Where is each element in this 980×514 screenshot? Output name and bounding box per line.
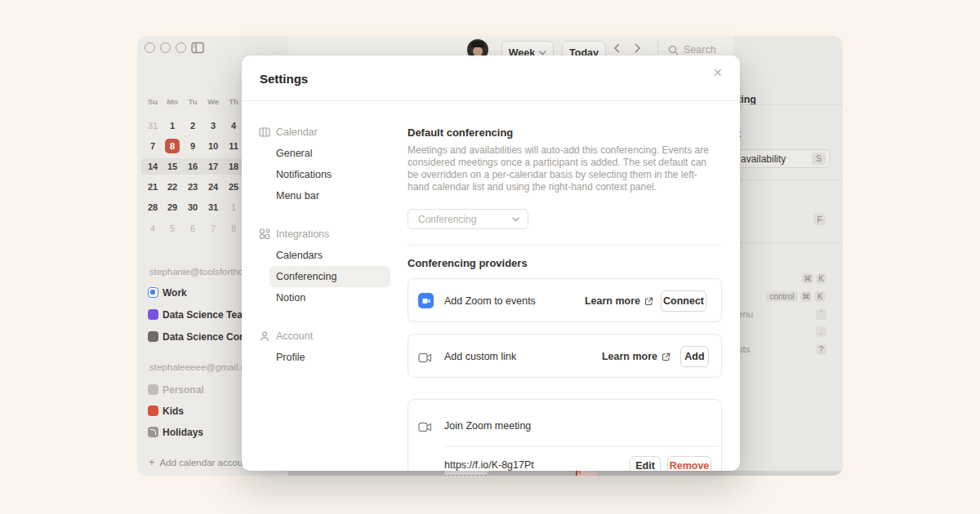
modal-title: Settings [260, 72, 308, 86]
checked-calendar-icon [148, 287, 158, 298]
panel-heading-fragment: ting [737, 94, 756, 105]
date-cell[interactable]: 17 [203, 158, 223, 175]
calendar-name: Personal [163, 384, 204, 396]
video-camera-icon [418, 421, 432, 436]
plus-icon: + [149, 456, 155, 468]
key-backtick: ` [816, 309, 826, 320]
sidebar-toggle-icon[interactable] [191, 42, 204, 57]
date-cell[interactable]: 31 [143, 117, 163, 134]
chevron-left-icon[interactable] [613, 42, 620, 55]
provider-card-custom-link: Add custom link Learn more Add [408, 334, 722, 378]
date-cell[interactable]: 30 [183, 199, 203, 215]
conferencing-providers-heading: Conferencing providers [408, 257, 528, 269]
settings-item-general[interactable]: General [276, 148, 312, 159]
settings-item-calendars[interactable]: Calendars [276, 250, 323, 261]
close-icon[interactable]: ✕ [713, 66, 723, 79]
date-cell[interactable]: 5 [163, 220, 182, 237]
remove-label: Remove [670, 460, 710, 471]
provider-label: Add Zoom to events [444, 295, 536, 307]
edit-button[interactable]: Edit [630, 456, 661, 471]
weekday-label: We [203, 97, 223, 106]
learn-more-link[interactable]: Learn more [602, 351, 670, 362]
date-cell[interactable]: 23 [183, 179, 203, 195]
dropdown-placeholder: Conferencing [418, 214, 512, 225]
selected-date-cell[interactable]: 8 [165, 139, 180, 153]
subscribed-calendar-icon [148, 427, 158, 437]
provider-card-zoom: Add Zoom to events Learn more Connect [408, 278, 722, 322]
date-cell[interactable]: 31 [203, 199, 223, 215]
dashed-event-sliver [443, 470, 488, 476]
date-cell[interactable]: 28 [143, 199, 163, 215]
settings-section-calendar: Calendar [276, 126, 318, 138]
date-cell[interactable]: 25 [224, 179, 243, 195]
remove-button[interactable]: Remove [667, 456, 711, 471]
calendar-color-icon [148, 331, 158, 342]
settings-section-account: Account [276, 330, 313, 342]
calendar-color-icon [148, 405, 158, 416]
key-command: ⌘ [800, 291, 812, 302]
date-cell[interactable]: 7 [143, 138, 163, 154]
account-email: stephanie@toolsforthou [149, 267, 249, 277]
window-controls [145, 42, 186, 53]
date-cell[interactable]: 1 [224, 199, 243, 215]
date-cell[interactable]: 7 [203, 220, 223, 237]
date-cell[interactable]: 1 [163, 117, 182, 134]
weekday-label: Mo [163, 97, 182, 106]
date-cell[interactable]: 3 [203, 117, 223, 134]
key-period: . [816, 326, 826, 337]
window-minimize-icon[interactable] [160, 42, 171, 53]
date-cell[interactable]: 4 [143, 220, 163, 237]
date-cell[interactable]: 10 [203, 138, 223, 154]
key-k: K [816, 273, 826, 284]
date-cell[interactable]: 16 [183, 158, 203, 175]
search-placeholder: Search [684, 44, 716, 55]
date-cell[interactable]: 29 [163, 199, 182, 215]
video-camera-icon [418, 352, 432, 366]
settings-item-conferencing[interactable]: Conferencing [276, 271, 336, 282]
calendar-name: Data Science Core [163, 331, 248, 343]
date-cell[interactable]: 14 [143, 158, 163, 175]
availability-label: availability [741, 153, 786, 165]
default-conferencing-description: Meetings and availabilities will auto-ad… [408, 144, 718, 193]
integrations-section-icon [259, 228, 270, 243]
date-cell[interactable]: 11 [224, 138, 243, 154]
date-cell[interactable]: 21 [143, 179, 163, 195]
provider-card-join-zoom: Join Zoom meeting https://f.io/K-8g17Pt … [408, 399, 722, 471]
date-cell[interactable]: 4 [224, 117, 243, 134]
date-cell[interactable]: 15 [163, 158, 182, 175]
modal-header-divider [242, 100, 740, 101]
weekday-label: Su [143, 97, 163, 106]
weekday-label: Tu [183, 97, 203, 106]
date-cell[interactable]: 18 [224, 158, 243, 175]
conferencing-dropdown[interactable]: Conferencing [408, 209, 528, 229]
settings-item-notion[interactable]: Notion [276, 292, 305, 304]
add-button[interactable]: Add [680, 346, 709, 367]
default-conferencing-heading: Default conferencing [408, 126, 513, 139]
key-f: F [813, 214, 826, 225]
chevron-right-icon[interactable] [635, 42, 641, 55]
window-close-icon[interactable] [145, 42, 155, 53]
date-cell[interactable]: 22 [163, 179, 182, 195]
date-cell[interactable]: 6 [183, 220, 203, 237]
add-calendar-account-button[interactable]: + Add calendar account [149, 456, 251, 468]
key-command: ⌘ [802, 273, 813, 284]
date-cell[interactable]: 9 [183, 138, 203, 154]
search-field[interactable]: Search [668, 44, 716, 55]
connect-button[interactable]: Connect [661, 290, 706, 312]
external-link-icon [662, 352, 670, 361]
window-zoom-icon[interactable] [176, 42, 186, 53]
date-cell[interactable]: 8 [224, 220, 243, 237]
account-section-icon [259, 330, 270, 345]
settings-item-menu-bar[interactable]: Menu bar [276, 190, 319, 202]
settings-item-profile[interactable]: Profile [276, 352, 305, 363]
date-cell[interactable]: 24 [203, 179, 223, 195]
event-sliver-badge: 9 [576, 470, 597, 476]
learn-more-link[interactable]: Learn more [585, 295, 653, 307]
provider-label: Add custom link [444, 351, 516, 362]
settings-item-notifications[interactable]: Notifications [276, 169, 332, 180]
add-calendar-account-label: Add calendar account [160, 458, 251, 467]
calendar-section-icon [259, 126, 270, 141]
date-cell[interactable]: 2 [183, 117, 203, 134]
weekday-label: Th [224, 97, 243, 106]
connect-label: Connect [663, 295, 704, 307]
